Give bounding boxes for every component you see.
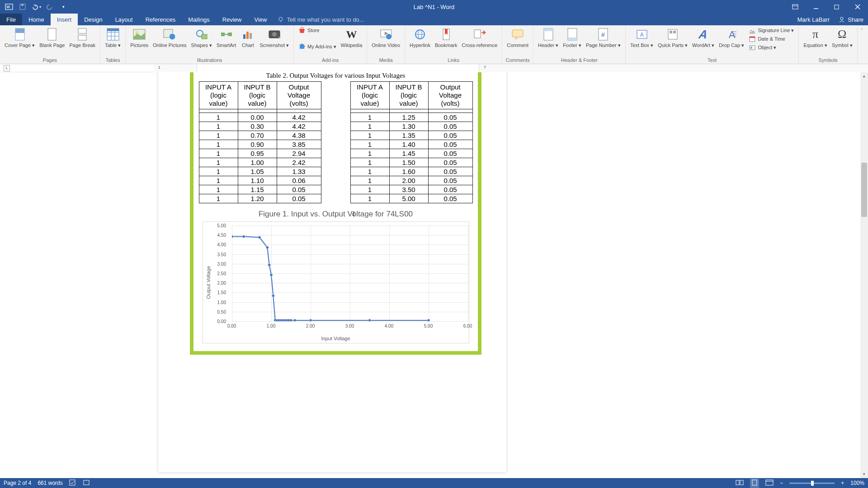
tab-mailings[interactable]: Mailings	[182, 14, 216, 25]
xtick: 2.00	[306, 324, 315, 328]
tab-view[interactable]: View	[248, 14, 273, 25]
svg-point-67	[232, 235, 233, 238]
equation-button[interactable]: πEquation ▾	[802, 26, 829, 49]
maximize-icon[interactable]	[826, 0, 847, 14]
chart[interactable]: Output Voltage Input Voltage 0.000.501.0…	[203, 221, 469, 343]
spell-check-icon[interactable]	[69, 479, 76, 487]
tab-home[interactable]: Home	[22, 14, 51, 25]
group-tables: Tables	[103, 57, 123, 64]
store-button[interactable]: Store	[297, 26, 338, 34]
scroll-up-icon[interactable]: ▴	[860, 72, 868, 80]
tab-file[interactable]: File	[0, 14, 22, 25]
svg-rect-92	[766, 480, 773, 485]
svg-point-24	[136, 31, 138, 34]
page-number-button[interactable]: #Page Number ▾	[584, 26, 623, 49]
svg-rect-88	[84, 480, 89, 485]
word-count[interactable]: 661 words	[38, 480, 62, 486]
svg-point-70	[266, 246, 269, 249]
document-area[interactable]: Table 2. Output Voltages for various Inp…	[0, 72, 868, 478]
vertical-scrollbar[interactable]: ▴ ▾	[860, 72, 868, 478]
comment-button[interactable]: Comment	[505, 26, 530, 49]
scroll-down-icon[interactable]: ▾	[860, 470, 868, 478]
blank-page-button[interactable]: Blank Page	[38, 26, 66, 49]
text-box-button[interactable]: AText Box ▾	[628, 26, 655, 52]
page-indicator[interactable]: Page 2 of 4	[4, 480, 31, 486]
header-button[interactable]: Header ▾	[536, 26, 560, 49]
share-button[interactable]: Share	[834, 14, 868, 25]
page-break-button[interactable]: Page Break	[67, 26, 97, 49]
figure-caption: Figure 1. Input vs. Output Voltage for 7…	[193, 210, 478, 219]
quick-parts-button[interactable]: Quick Parts ▾	[656, 26, 689, 52]
group-symbols: Symbols	[802, 57, 854, 64]
signature-line-button[interactable]: Signature Line ▾	[747, 26, 796, 34]
ribbon-display-icon[interactable]	[785, 0, 806, 14]
zoom-level[interactable]: 100%	[850, 480, 864, 486]
hyperlink-button[interactable]: Hyperlink	[408, 26, 432, 49]
tab-review[interactable]: Review	[216, 14, 248, 25]
share-icon	[839, 16, 845, 23]
group-comments: Comments	[505, 57, 530, 64]
tab-references[interactable]: References	[139, 14, 182, 25]
svg-rect-33	[246, 32, 249, 39]
cover-page-button[interactable]: Cover Page ▾	[3, 26, 37, 49]
wikipedia-button[interactable]: WWikipedia	[339, 26, 364, 51]
object-button[interactable]: Object ▾	[747, 43, 796, 52]
minimize-icon[interactable]	[806, 0, 826, 14]
scroll-thumb[interactable]	[861, 163, 867, 217]
word-icon[interactable]	[4, 1, 14, 12]
svg-rect-22	[107, 28, 119, 31]
collapse-ribbon-icon[interactable]: ˆ	[858, 25, 867, 64]
table-row: 10.952.94	[199, 149, 321, 158]
zoom-out-icon[interactable]: −	[780, 480, 783, 486]
svg-rect-37	[278, 37, 280, 38]
zoom-slider[interactable]	[789, 483, 835, 484]
zoom-in-icon[interactable]: +	[841, 480, 844, 486]
smartart-button[interactable]: SmartArt	[215, 26, 238, 49]
read-mode-icon[interactable]	[736, 479, 744, 487]
undo-icon[interactable]: ▾	[31, 1, 42, 12]
chart-button[interactable]: Chart	[239, 26, 257, 49]
table-row: 11.600.05	[350, 167, 472, 176]
tell-me-search[interactable]: Tell me what you want to do...	[273, 14, 793, 25]
tab-design[interactable]: Design	[78, 14, 108, 25]
macro-icon[interactable]	[83, 479, 90, 487]
svg-point-82	[289, 319, 292, 321]
drop-cap-button[interactable]: ADrop Cap ▾	[717, 26, 746, 52]
ytick: 3.00	[217, 261, 226, 266]
tab-layout[interactable]: Layout	[109, 14, 139, 25]
table-button[interactable]: Table ▾	[103, 26, 123, 49]
svg-rect-46	[512, 30, 523, 37]
tab-selector[interactable]: L	[4, 65, 10, 71]
svg-rect-6	[835, 5, 839, 9]
group-illustrations: Illustrations	[128, 57, 291, 64]
qat-customize-icon[interactable]: ▾	[58, 1, 69, 12]
web-layout-icon[interactable]	[765, 479, 774, 487]
wordart-button[interactable]: AWordArt ▾	[690, 26, 716, 52]
bookmark-button[interactable]: Bookmark	[433, 26, 459, 49]
data-table-left: INPUT A(logic value)INPUT B(logic value)…	[199, 81, 321, 203]
table-row: 12.000.05	[350, 176, 472, 185]
close-icon[interactable]	[847, 0, 868, 14]
footer-button[interactable]: Footer ▾	[561, 26, 583, 49]
ytick: 2.00	[217, 281, 226, 286]
tab-insert[interactable]: Insert	[51, 14, 78, 25]
pictures-button[interactable]: Pictures	[128, 26, 150, 49]
shapes-button[interactable]: Shapes ▾	[189, 26, 214, 49]
my-addins-button[interactable]: My Add-ins ▾	[297, 42, 338, 51]
redo-icon[interactable]	[44, 1, 55, 12]
svg-text:A: A	[640, 32, 644, 38]
online-pictures-button[interactable]: Online Pictures	[151, 26, 189, 49]
cross-reference-button[interactable]: Cross-reference	[460, 26, 499, 49]
horizontal-ruler[interactable]: 1 7	[154, 64, 868, 72]
user-name[interactable]: Mark LaBarr	[793, 14, 835, 25]
date-time-button[interactable]: Date & Time	[747, 35, 796, 43]
save-icon[interactable]	[17, 1, 28, 12]
text-cursor: I	[353, 210, 355, 218]
lightbulb-icon	[278, 16, 284, 23]
svg-text:#: #	[602, 31, 605, 38]
online-video-button[interactable]: Online Video	[370, 26, 402, 49]
svg-rect-57	[673, 31, 676, 33]
print-layout-icon[interactable]	[750, 479, 759, 488]
symbol-button[interactable]: ΩSymbol ▾	[830, 26, 854, 49]
screenshot-button[interactable]: Screenshot ▾	[258, 26, 291, 49]
